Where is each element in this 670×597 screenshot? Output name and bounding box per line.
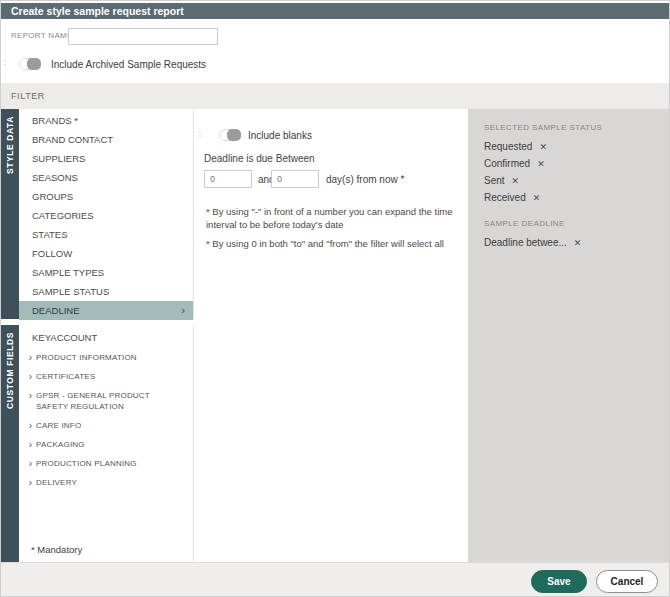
sidebar-item-sample-types[interactable]: SAMPLE TYPES bbox=[19, 263, 193, 282]
remove-filter-icon[interactable]: ✕ bbox=[537, 159, 545, 169]
sidebar-item-suppliers[interactable]: SUPPLIERS bbox=[19, 149, 193, 168]
drag-handle-icon bbox=[199, 131, 201, 137]
selected-sample-status-header: SELECTED SAMPLE STATUS bbox=[484, 123, 670, 132]
chevron-right-icon: › bbox=[25, 371, 36, 382]
sidebar-item-production-planning[interactable]: ›PRODUCTION PLANNING bbox=[19, 454, 193, 473]
sidebar-item-label: CERTIFICATES bbox=[36, 371, 95, 382]
sidebar-item-label: PRODUCTION PLANNING bbox=[36, 458, 137, 469]
filter-section-header: FILTER bbox=[1, 83, 669, 109]
remove-filter-icon[interactable]: ✕ bbox=[533, 193, 541, 203]
sidebar-item-label: GROUPS bbox=[32, 191, 73, 202]
chevron-right-icon: › bbox=[25, 458, 36, 469]
tab-style-data[interactable]: STYLE DATA bbox=[1, 109, 19, 319]
deadline-to-input[interactable] bbox=[271, 170, 319, 188]
filter-chip-label: Requested bbox=[484, 141, 532, 152]
sidebar-item-brand-contact[interactable]: BRAND CONTACT bbox=[19, 130, 193, 149]
toggle-knob-icon bbox=[227, 129, 241, 141]
sidebar-item-label: CARE INFO bbox=[36, 420, 81, 431]
sidebar-item-certificates[interactable]: ›CERTIFICATES bbox=[19, 367, 193, 386]
custom-fields-rows: ›PRODUCT INFORMATION›CERTIFICATES›GPSR -… bbox=[19, 348, 193, 492]
save-button[interactable]: Save bbox=[531, 570, 587, 593]
cancel-button[interactable]: Cancel bbox=[596, 570, 658, 593]
sidebar-item-label: CATEGORIES bbox=[32, 210, 94, 221]
report-name-label: REPORT NAME: bbox=[11, 31, 75, 40]
sidebar-item-seasons[interactable]: SEASONS bbox=[19, 168, 193, 187]
selected-filters-panel: SELECTED SAMPLE STATUS Requested✕Confirm… bbox=[468, 109, 670, 562]
toggle-knob-icon bbox=[27, 58, 41, 70]
sidebar-item-label: PRODUCT INFORMATION bbox=[36, 352, 137, 363]
filter-chip-sent: Sent✕ bbox=[484, 172, 670, 189]
status-chip-list: Requested✕Confirmed✕Sent✕Received✕ bbox=[484, 138, 670, 206]
include-archived-label: Include Archived Sample Requests bbox=[51, 59, 206, 70]
filter-chip-label: Sent bbox=[484, 175, 505, 186]
chevron-right-icon: › bbox=[25, 439, 36, 450]
remove-filter-icon[interactable]: ✕ bbox=[512, 176, 520, 186]
deadline-from-input[interactable] bbox=[204, 170, 252, 188]
sidebar-item-packaging[interactable]: ›PACKAGING bbox=[19, 435, 193, 454]
sidebar-item-groups[interactable]: GROUPS bbox=[19, 187, 193, 206]
chevron-right-icon: › bbox=[181, 301, 185, 320]
deadline-filter-panel: Include blanks Deadline is due Between a… bbox=[195, 109, 468, 562]
sidebar-item-label: PACKAGING bbox=[36, 439, 85, 450]
mandatory-note: * Mandatory bbox=[31, 544, 82, 555]
tab-custom-fields[interactable]: CUSTOM FIELDS bbox=[1, 325, 19, 562]
style-data-list: BRANDS *BRAND CONTACTSUPPLIERSSEASONSGRO… bbox=[19, 109, 194, 319]
filter-chip-deadline-betwee: Deadline betwee...✕ bbox=[484, 234, 670, 251]
sidebar-item-label: SUPPLIERS bbox=[32, 153, 85, 164]
chevron-right-icon: › bbox=[25, 420, 36, 431]
sidebar-item-gpsr-general-product-safety-regulation[interactable]: ›GPSR - GENERAL PRODUCT SAFETY REGULATIO… bbox=[19, 386, 193, 416]
sample-deadline-header: SAMPLE DEADLINE bbox=[484, 219, 670, 228]
chevron-right-icon: › bbox=[25, 390, 36, 401]
dialog-title: Create style sample request report bbox=[1, 3, 669, 19]
custom-fields-list: KEYACCOUNT ›PRODUCT INFORMATION›CERTIFIC… bbox=[19, 325, 194, 562]
deadline-heading: Deadline is due Between bbox=[204, 153, 315, 164]
sidebar-item-label: BRAND CONTACT bbox=[32, 134, 113, 145]
filter-chip-label: Deadline betwee... bbox=[484, 237, 567, 248]
filter-chip-confirmed: Confirmed✕ bbox=[484, 155, 670, 172]
sidebar-item-label: STATES bbox=[32, 229, 68, 240]
create-report-dialog: Create style sample request report REPOR… bbox=[0, 0, 670, 597]
include-blanks-toggle[interactable] bbox=[219, 129, 241, 141]
filter-chip-label: Confirmed bbox=[484, 158, 530, 169]
sidebar-item-follow[interactable]: FOLLOW bbox=[19, 244, 193, 263]
filter-chip-requested: Requested✕ bbox=[484, 138, 670, 155]
sidebar-item-label: DELIVERY bbox=[36, 477, 77, 488]
tab-custom-fields-label: CUSTOM FIELDS bbox=[5, 332, 15, 409]
include-archived-toggle[interactable] bbox=[19, 58, 41, 70]
filter-chip-label: Received bbox=[484, 192, 526, 203]
sidebar-item-label: GPSR - GENERAL PRODUCT SAFETY REGULATION bbox=[36, 390, 182, 412]
sidebar-item-label: SEASONS bbox=[32, 172, 78, 183]
sidebar-item-label: BRANDS * bbox=[32, 115, 78, 126]
dialog-footer: Save Cancel bbox=[1, 562, 669, 597]
chevron-right-icon: › bbox=[25, 352, 36, 363]
sidebar-item-label: SAMPLE TYPES bbox=[32, 267, 104, 278]
sidebar-item-brands[interactable]: BRANDS * bbox=[19, 111, 193, 130]
sidebar-item-sample-status[interactable]: SAMPLE STATUS bbox=[19, 282, 193, 301]
sidebar-item-states[interactable]: STATES bbox=[19, 225, 193, 244]
deadline-note-2: * By using 0 in both "to" and "from" the… bbox=[206, 237, 468, 250]
tab-style-data-label: STYLE DATA bbox=[5, 116, 15, 174]
chevron-right-icon: › bbox=[25, 477, 36, 488]
sidebar-item-keyaccount[interactable]: KEYACCOUNT bbox=[19, 328, 193, 348]
days-from-now-label: day(s) from now * bbox=[326, 174, 404, 185]
sidebar-item-label: SAMPLE STATUS bbox=[32, 286, 109, 297]
filter-chip-received: Received✕ bbox=[484, 189, 670, 206]
sidebar-item-care-info[interactable]: ›CARE INFO bbox=[19, 416, 193, 435]
remove-filter-icon[interactable]: ✕ bbox=[574, 238, 582, 248]
sidebar-item-delivery[interactable]: ›DELIVERY bbox=[19, 473, 193, 492]
deadline-note-1: * By using "-" in front of a number you … bbox=[206, 205, 468, 231]
report-name-input[interactable] bbox=[68, 28, 218, 45]
sidebar-item-product-information[interactable]: ›PRODUCT INFORMATION bbox=[19, 348, 193, 367]
deadline-chip-list: Deadline betwee...✕ bbox=[484, 234, 670, 251]
remove-filter-icon[interactable]: ✕ bbox=[539, 142, 547, 152]
include-blanks-label: Include blanks bbox=[248, 130, 312, 141]
sidebar-item-deadline[interactable]: DEADLINE› bbox=[19, 301, 193, 320]
drag-handle-icon bbox=[4, 60, 6, 66]
sidebar-item-label: DEADLINE bbox=[32, 305, 80, 316]
sidebar-item-label: FOLLOW bbox=[32, 248, 72, 259]
sidebar-item-categories[interactable]: CATEGORIES bbox=[19, 206, 193, 225]
